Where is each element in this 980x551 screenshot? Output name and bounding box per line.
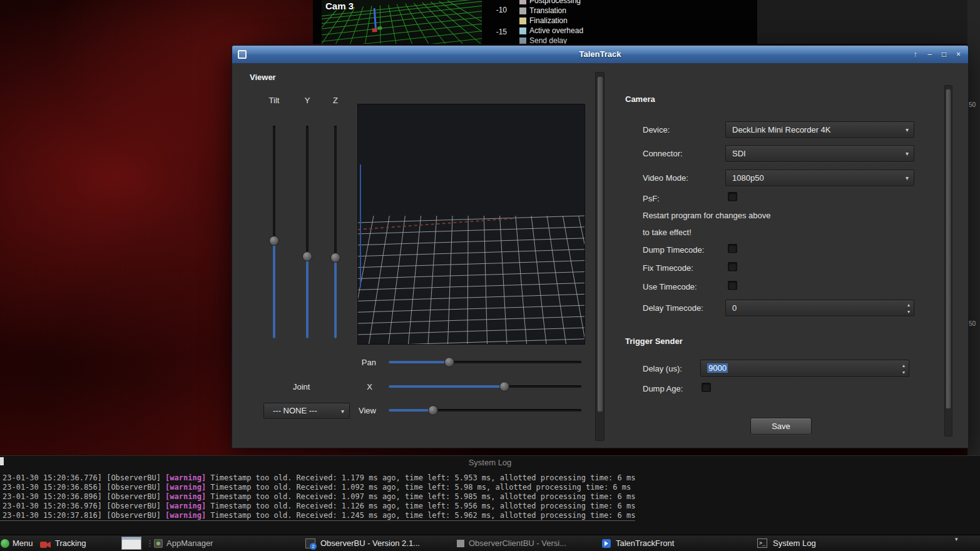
- 3d-viewport[interactable]: [357, 104, 585, 345]
- log-message: Timestamp too old. Received: 1.245 ms ag…: [206, 511, 635, 520]
- window-title: TalenTrack: [232, 46, 968, 63]
- keep-above-button[interactable]: ↑: [911, 49, 920, 60]
- dump-age-checkbox[interactable]: [702, 383, 711, 392]
- background-chart-strip: 50 50: [967, 0, 980, 457]
- taskbar-menu[interactable]: Menu: [13, 535, 33, 551]
- view-slider[interactable]: [389, 404, 581, 417]
- y-label: Y: [295, 96, 320, 105]
- taskbar-appmanager[interactable]: AppManager: [166, 535, 213, 551]
- use-timecode-checkbox[interactable]: [728, 281, 737, 290]
- log-warning-tag: [warning]: [165, 511, 206, 520]
- desktop: Cam 3 -10 -15 Postprocessing Translation…: [0, 0, 980, 551]
- delay-us-value[interactable]: 9000: [707, 363, 728, 373]
- chevron-down-icon: ▾: [906, 170, 909, 186]
- delay-timecode-label: Delay Timecode:: [643, 303, 703, 313]
- legend-label: Translation: [529, 6, 566, 15]
- close-button[interactable]: ×: [954, 49, 963, 60]
- spin-up-icon[interactable]: ▴: [902, 362, 905, 369]
- spin-down-icon[interactable]: ▾: [902, 369, 905, 376]
- legend-swatch: [519, 28, 526, 34]
- connector-select[interactable]: SDI ▾: [725, 145, 914, 162]
- legend-item: Translation: [519, 6, 566, 15]
- log-warning-tag: [warning]: [165, 502, 206, 510]
- background-panel: [757, 0, 980, 44]
- delay-us-spinbox[interactable]: 9000 ▴ ▾: [700, 360, 909, 377]
- psf-checkbox[interactable]: [728, 192, 737, 201]
- spin-down-icon[interactable]: ▾: [907, 308, 910, 315]
- taskbar-tracking[interactable]: Tracking: [55, 535, 86, 551]
- fix-timecode-checkbox[interactable]: [728, 262, 737, 271]
- tilt-slider[interactable]: [268, 126, 280, 338]
- taskbar-talentrack[interactable]: TalenTrackFront: [616, 535, 674, 551]
- window-preview-icon[interactable]: [121, 537, 141, 550]
- video-mode-label: Video Mode:: [643, 173, 688, 183]
- log-line: 23-01-30 15:20:36.776] [ObserverBU] [war…: [3, 473, 635, 482]
- slider-fill: [273, 241, 275, 338]
- slider-handle[interactable]: [302, 251, 312, 261]
- legend-label: Postprocessing: [529, 0, 581, 5]
- save-button[interactable]: Save: [750, 418, 812, 435]
- joint-select[interactable]: --- NONE --- ▾: [263, 403, 350, 419]
- axis-label: 50: [969, 101, 976, 108]
- camera-scrollbar[interactable]: [944, 85, 952, 437]
- talentrack-icon[interactable]: [602, 539, 611, 548]
- x-label: X: [362, 382, 377, 392]
- use-timecode-label: Use Timecode:: [643, 282, 697, 291]
- legend-label: Active overhead: [529, 26, 583, 35]
- pan-slider[interactable]: [389, 356, 581, 368]
- slider-fill: [389, 385, 504, 388]
- viewer-title: Viewer: [250, 73, 276, 82]
- taskbar-observerclient[interactable]: ObserverClientBU - Versi...: [469, 535, 566, 551]
- y-slider[interactable]: [301, 126, 314, 338]
- menu-icon[interactable]: [1, 539, 9, 548]
- delay-timecode-spinbox[interactable]: 0 ▴ ▾: [725, 300, 914, 316]
- slider-handle[interactable]: [499, 382, 509, 392]
- log-message: Timestamp too old. Received: 1.097 ms ag…: [206, 492, 635, 501]
- scrollbar-thumb[interactable]: [946, 89, 951, 409]
- log-timestamp: 23-01-30 15:20:36.976] [ObserverBU]: [3, 502, 165, 510]
- tray-arrow-icon[interactable]: ▾: [955, 536, 958, 542]
- z-slider[interactable]: [329, 126, 342, 338]
- grip-dots-icon: ⋮: [146, 535, 154, 551]
- background-window: Cam 3 -10 -15 Postprocessing Translation…: [313, 0, 757, 44]
- video-mode-select[interactable]: 1080p50 ▾: [725, 169, 914, 186]
- dump-timecode-checkbox[interactable]: [728, 244, 737, 253]
- slider-handle[interactable]: [330, 253, 340, 263]
- observerclient-icon[interactable]: [457, 540, 464, 547]
- scrollbar-thumb[interactable]: [597, 76, 603, 412]
- chevron-down-icon: ▾: [906, 122, 909, 138]
- connector-value: SDI: [732, 149, 746, 158]
- slider-fill: [334, 258, 337, 338]
- camera-preview: Cam 3: [322, 0, 482, 44]
- slider-handle[interactable]: [444, 357, 454, 367]
- minimize-button[interactable]: –: [925, 49, 934, 60]
- legend-swatch: [519, 38, 526, 44]
- taskbar-systemlog[interactable]: System Log: [773, 535, 816, 551]
- restart-note-line2: to take effect!: [643, 228, 692, 237]
- legend-label: Send delay: [529, 36, 567, 44]
- legend-item: Finalization: [519, 16, 568, 25]
- slider-handle[interactable]: [269, 236, 279, 246]
- taskbar: Menu Tracking ⋮ AppManager 2 ObserverBU …: [0, 535, 980, 551]
- tracking-icon[interactable]: [40, 540, 51, 551]
- x-slider[interactable]: [389, 380, 581, 393]
- fix-timecode-label: Fix Timecode:: [643, 263, 693, 273]
- joint-select-value: --- NONE ---: [273, 406, 317, 415]
- appmanager-icon[interactable]: [154, 539, 163, 548]
- taskbar-observerbu[interactable]: ObserverBU - Version 2.1...: [320, 535, 420, 551]
- slider-handle[interactable]: [428, 405, 438, 415]
- maximize-button[interactable]: □: [939, 49, 949, 60]
- slider-fill: [389, 409, 433, 412]
- connector-label: Connector:: [643, 149, 683, 158]
- viewer-scrollbar[interactable]: [595, 72, 605, 441]
- observerbu-icon[interactable]: 2: [305, 538, 315, 548]
- device-select[interactable]: DeckLink Mini Recorder 4K ▾: [725, 121, 914, 138]
- titlebar[interactable]: TalenTrack ↑ – □ ×: [232, 46, 968, 64]
- spin-up-icon[interactable]: ▴: [907, 301, 910, 308]
- legend-swatch: [519, 18, 526, 24]
- legend-item: Postprocessing: [519, 0, 581, 5]
- terminal-icon[interactable]: >_: [757, 538, 767, 548]
- slider-fill: [389, 361, 449, 363]
- delay-us-label: Delay (us):: [643, 364, 682, 373]
- legend-swatch: [519, 0, 526, 4]
